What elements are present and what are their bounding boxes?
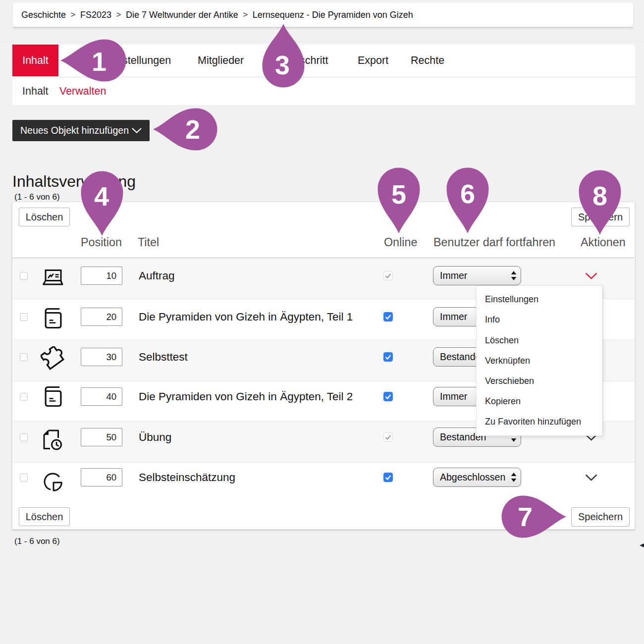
svg-text:2: 2: [185, 114, 200, 144]
svg-text:3: 3: [275, 50, 290, 80]
svg-text:5: 5: [391, 179, 406, 209]
svg-text:6: 6: [460, 179, 475, 209]
svg-text:7: 7: [518, 502, 533, 532]
svg-text:4: 4: [94, 181, 109, 211]
svg-text:8: 8: [592, 180, 607, 210]
svg-text:1: 1: [92, 47, 107, 76]
